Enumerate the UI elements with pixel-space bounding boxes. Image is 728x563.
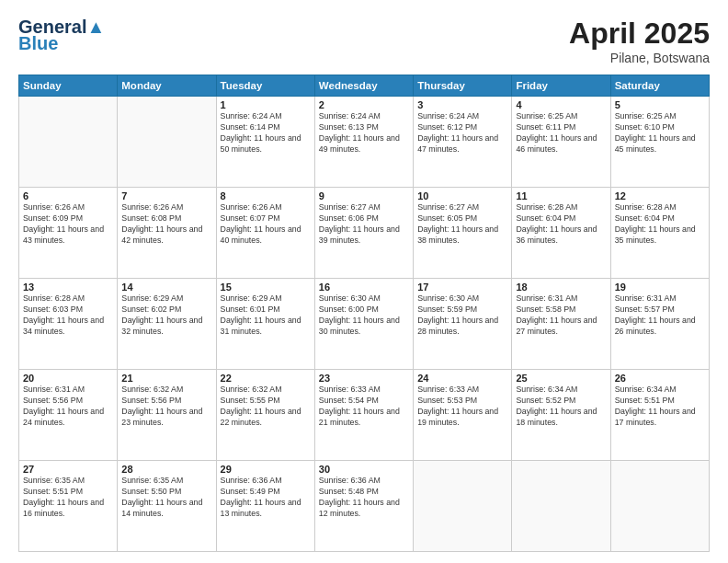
calendar-cell: 19Sunrise: 6:31 AMSunset: 5:57 PMDayligh… [610, 279, 709, 370]
calendar-cell [610, 461, 709, 552]
day-info: Sunrise: 6:26 AMSunset: 6:09 PMDaylight:… [23, 202, 113, 247]
calendar-cell [19, 97, 118, 188]
day-info: Sunrise: 6:29 AMSunset: 6:01 PMDaylight:… [221, 293, 311, 338]
day-info: Sunrise: 6:32 AMSunset: 5:56 PMDaylight:… [121, 385, 211, 429]
day-number: 4 [516, 99, 606, 110]
day-number: 15 [221, 282, 311, 293]
calendar-cell: 27Sunrise: 6:35 AMSunset: 5:51 PMDayligh… [19, 461, 118, 552]
day-number: 5 [615, 99, 705, 110]
calendar-cell [414, 461, 512, 552]
day-number: 30 [319, 464, 409, 475]
weekday-header: Tuesday [216, 75, 314, 97]
day-number: 29 [221, 464, 311, 475]
page: General▲ Blue April 2025 Pilane, Botswan… [0, 0, 728, 563]
calendar-cell: 24Sunrise: 6:33 AMSunset: 5:53 PMDayligh… [414, 370, 512, 461]
day-info: Sunrise: 6:24 AMSunset: 6:14 PMDaylight:… [221, 111, 311, 155]
day-info: Sunrise: 6:25 AMSunset: 6:11 PMDaylight:… [516, 111, 606, 155]
day-info: Sunrise: 6:33 AMSunset: 5:54 PMDaylight:… [319, 385, 409, 429]
calendar-cell [512, 461, 610, 552]
header: General▲ Blue April 2025 Pilane, Botswan… [18, 17, 710, 65]
day-info: Sunrise: 6:35 AMSunset: 5:51 PMDaylight:… [23, 476, 113, 520]
day-number: 16 [319, 282, 409, 293]
calendar-cell: 13Sunrise: 6:28 AMSunset: 6:03 PMDayligh… [19, 279, 118, 370]
day-number: 1 [221, 99, 311, 110]
calendar-cell [118, 97, 216, 188]
calendar-cell: 3Sunrise: 6:24 AMSunset: 6:12 PMDaylight… [414, 97, 512, 188]
day-info: Sunrise: 6:28 AMSunset: 6:03 PMDaylight:… [23, 293, 113, 338]
calendar-table: SundayMondayTuesdayWednesdayThursdayFrid… [18, 75, 710, 552]
weekday-header: Friday [512, 75, 610, 97]
day-info: Sunrise: 6:34 AMSunset: 5:51 PMDaylight:… [615, 385, 705, 429]
day-number: 24 [417, 373, 507, 384]
calendar-cell: 29Sunrise: 6:36 AMSunset: 5:49 PMDayligh… [216, 461, 314, 552]
day-info: Sunrise: 6:35 AMSunset: 5:50 PMDaylight:… [121, 476, 211, 520]
calendar-cell: 7Sunrise: 6:26 AMSunset: 6:08 PMDaylight… [118, 188, 216, 279]
day-info: Sunrise: 6:36 AMSunset: 5:48 PMDaylight:… [319, 476, 409, 520]
day-number: 10 [417, 190, 507, 201]
calendar-cell: 11Sunrise: 6:28 AMSunset: 6:04 PMDayligh… [512, 188, 610, 279]
weekday-header: Saturday [610, 75, 709, 97]
calendar-cell: 14Sunrise: 6:29 AMSunset: 6:02 PMDayligh… [118, 279, 216, 370]
day-number: 20 [23, 373, 113, 384]
day-info: Sunrise: 6:28 AMSunset: 6:04 PMDaylight:… [615, 202, 705, 247]
title-block: April 2025 Pilane, Botswana [569, 17, 710, 65]
day-number: 2 [319, 99, 409, 110]
weekday-header: Sunday [19, 75, 118, 97]
day-info: Sunrise: 6:27 AMSunset: 6:06 PMDaylight:… [319, 202, 409, 247]
calendar-cell: 8Sunrise: 6:26 AMSunset: 6:07 PMDaylight… [216, 188, 314, 279]
day-info: Sunrise: 6:28 AMSunset: 6:04 PMDaylight:… [516, 202, 606, 247]
calendar-cell: 1Sunrise: 6:24 AMSunset: 6:14 PMDaylight… [216, 97, 314, 188]
day-info: Sunrise: 6:31 AMSunset: 5:58 PMDaylight:… [516, 293, 606, 338]
day-info: Sunrise: 6:32 AMSunset: 5:55 PMDaylight:… [221, 385, 311, 429]
calendar-cell: 23Sunrise: 6:33 AMSunset: 5:54 PMDayligh… [314, 370, 413, 461]
day-info: Sunrise: 6:30 AMSunset: 6:00 PMDaylight:… [319, 293, 409, 338]
day-info: Sunrise: 6:33 AMSunset: 5:53 PMDaylight:… [417, 385, 507, 429]
day-number: 26 [615, 373, 705, 384]
day-number: 9 [319, 190, 409, 201]
calendar-cell: 18Sunrise: 6:31 AMSunset: 5:58 PMDayligh… [512, 279, 610, 370]
calendar-cell: 21Sunrise: 6:32 AMSunset: 5:56 PMDayligh… [118, 370, 216, 461]
day-number: 12 [615, 190, 705, 201]
calendar-cell: 15Sunrise: 6:29 AMSunset: 6:01 PMDayligh… [216, 279, 314, 370]
day-info: Sunrise: 6:26 AMSunset: 6:08 PMDaylight:… [121, 202, 211, 247]
day-number: 17 [417, 282, 507, 293]
day-info: Sunrise: 6:34 AMSunset: 5:52 PMDaylight:… [516, 385, 606, 429]
day-info: Sunrise: 6:29 AMSunset: 6:02 PMDaylight:… [121, 293, 211, 338]
calendar-cell: 20Sunrise: 6:31 AMSunset: 5:56 PMDayligh… [19, 370, 118, 461]
calendar-cell: 16Sunrise: 6:30 AMSunset: 6:00 PMDayligh… [314, 279, 413, 370]
day-info: Sunrise: 6:25 AMSunset: 6:10 PMDaylight:… [615, 111, 705, 155]
day-number: 22 [221, 373, 311, 384]
day-number: 28 [121, 464, 211, 475]
calendar-cell: 28Sunrise: 6:35 AMSunset: 5:50 PMDayligh… [118, 461, 216, 552]
day-number: 19 [615, 282, 705, 293]
day-number: 14 [121, 282, 211, 293]
day-info: Sunrise: 6:31 AMSunset: 5:56 PMDaylight:… [23, 385, 113, 429]
day-number: 3 [417, 99, 507, 110]
day-info: Sunrise: 6:24 AMSunset: 6:12 PMDaylight:… [417, 111, 507, 155]
calendar-cell: 4Sunrise: 6:25 AMSunset: 6:11 PMDaylight… [512, 97, 610, 188]
day-number: 18 [516, 282, 606, 293]
weekday-header: Monday [118, 75, 216, 97]
calendar-cell: 9Sunrise: 6:27 AMSunset: 6:06 PMDaylight… [314, 188, 413, 279]
day-number: 21 [121, 373, 211, 384]
calendar-cell: 22Sunrise: 6:32 AMSunset: 5:55 PMDayligh… [216, 370, 314, 461]
calendar-cell: 10Sunrise: 6:27 AMSunset: 6:05 PMDayligh… [414, 188, 512, 279]
calendar-cell: 30Sunrise: 6:36 AMSunset: 5:48 PMDayligh… [314, 461, 413, 552]
calendar-cell: 5Sunrise: 6:25 AMSunset: 6:10 PMDaylight… [610, 97, 709, 188]
day-number: 13 [23, 282, 113, 293]
calendar-cell: 25Sunrise: 6:34 AMSunset: 5:52 PMDayligh… [512, 370, 610, 461]
day-number: 23 [319, 373, 409, 384]
location: Pilane, Botswana [569, 51, 710, 65]
day-number: 7 [121, 190, 211, 201]
day-number: 8 [221, 190, 311, 201]
calendar-cell: 2Sunrise: 6:24 AMSunset: 6:13 PMDaylight… [314, 97, 413, 188]
month-year: April 2025 [569, 17, 710, 51]
day-number: 6 [23, 190, 113, 201]
calendar-cell: 17Sunrise: 6:30 AMSunset: 5:59 PMDayligh… [414, 279, 512, 370]
calendar-cell: 6Sunrise: 6:26 AMSunset: 6:09 PMDaylight… [19, 188, 118, 279]
weekday-header: Wednesday [314, 75, 413, 97]
logo: General▲ Blue [18, 17, 105, 54]
day-info: Sunrise: 6:30 AMSunset: 5:59 PMDaylight:… [417, 293, 507, 338]
calendar-cell: 26Sunrise: 6:34 AMSunset: 5:51 PMDayligh… [610, 370, 709, 461]
day-number: 11 [516, 190, 606, 201]
